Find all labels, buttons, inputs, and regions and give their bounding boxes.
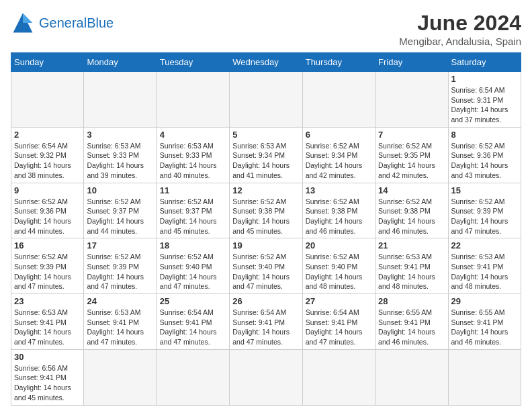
day-info: Sunrise: 6:53 AMSunset: 9:41 PMDaylight:…	[451, 252, 518, 291]
day-14: 14 Sunrise: 6:52 AMSunset: 9:38 PMDaylig…	[375, 183, 448, 238]
empty-cell	[230, 349, 302, 405]
day-3: 3 Sunrise: 6:53 AMSunset: 9:33 PMDayligh…	[84, 127, 157, 183]
day-number: 19	[232, 240, 299, 250]
day-28: 28 Sunrise: 6:55 AMSunset: 9:41 PMDaylig…	[375, 294, 448, 350]
calendar-row-6: 30 Sunrise: 6:56 AMSunset: 9:41 PMDaylig…	[11, 349, 521, 405]
day-info: Sunrise: 6:55 AMSunset: 9:41 PMDaylight:…	[378, 308, 445, 347]
calendar-row-4: 16 Sunrise: 6:52 AMSunset: 9:39 PMDaylig…	[11, 238, 521, 294]
day-number: 21	[378, 240, 445, 250]
empty-cell	[84, 72, 157, 128]
day-number: 9	[14, 185, 81, 195]
day-info: Sunrise: 6:52 AMSunset: 9:39 PMDaylight:…	[87, 252, 153, 291]
col-sunday: Sunday	[11, 53, 84, 72]
empty-cell	[375, 349, 448, 405]
day-27: 27 Sunrise: 6:54 AMSunset: 9:41 PMDaylig…	[302, 294, 375, 350]
calendar-row-5: 23 Sunrise: 6:53 AMSunset: 9:41 PMDaylig…	[11, 294, 521, 350]
day-info: Sunrise: 6:53 AMSunset: 9:41 PMDaylight:…	[378, 252, 445, 291]
empty-cell	[302, 72, 375, 128]
day-info: Sunrise: 6:52 AMSunset: 9:38 PMDaylight:…	[232, 197, 299, 236]
day-number: 14	[378, 185, 445, 195]
day-info: Sunrise: 6:52 AMSunset: 9:35 PMDaylight:…	[378, 141, 445, 181]
empty-cell	[375, 72, 448, 128]
day-24: 24 Sunrise: 6:53 AMSunset: 9:41 PMDaylig…	[84, 294, 157, 350]
day-number: 17	[87, 240, 153, 250]
day-number: 11	[160, 185, 226, 195]
day-25: 25 Sunrise: 6:54 AMSunset: 9:41 PMDaylig…	[157, 294, 229, 350]
day-info: Sunrise: 6:56 AMSunset: 9:41 PMDaylight:…	[14, 363, 81, 403]
day-info: Sunrise: 6:52 AMSunset: 9:39 PMDaylight:…	[14, 252, 81, 291]
day-info: Sunrise: 6:54 AMSunset: 9:32 PMDaylight:…	[14, 141, 81, 181]
day-number: 16	[14, 240, 81, 250]
location-subtitle: Mengibar, Andalusia, Spain	[399, 36, 521, 47]
day-number: 25	[160, 296, 226, 306]
day-16: 16 Sunrise: 6:52 AMSunset: 9:39 PMDaylig…	[11, 238, 84, 294]
calendar-row-1: 1 Sunrise: 6:54 AMSunset: 9:31 PMDayligh…	[11, 72, 521, 128]
title-block: June 2024 Mengibar, Andalusia, Spain	[399, 11, 521, 47]
day-18: 18 Sunrise: 6:52 AMSunset: 9:40 PMDaylig…	[157, 238, 229, 294]
empty-cell	[157, 349, 229, 405]
empty-cell	[84, 349, 157, 405]
empty-cell	[157, 72, 229, 128]
day-info: Sunrise: 6:54 AMSunset: 9:41 PMDaylight:…	[232, 308, 299, 347]
day-info: Sunrise: 6:52 AMSunset: 9:37 PMDaylight:…	[87, 197, 153, 236]
day-13: 13 Sunrise: 6:52 AMSunset: 9:38 PMDaylig…	[302, 183, 375, 238]
day-info: Sunrise: 6:52 AMSunset: 9:37 PMDaylight:…	[160, 197, 226, 236]
day-5: 5 Sunrise: 6:53 AMSunset: 9:34 PMDayligh…	[230, 127, 302, 183]
day-info: Sunrise: 6:52 AMSunset: 9:40 PMDaylight:…	[306, 252, 372, 291]
day-1: 1 Sunrise: 6:54 AMSunset: 9:31 PMDayligh…	[448, 72, 521, 128]
day-number: 1	[451, 74, 518, 84]
day-23: 23 Sunrise: 6:53 AMSunset: 9:41 PMDaylig…	[11, 294, 84, 350]
day-number: 8	[451, 130, 518, 140]
day-number: 15	[451, 185, 518, 195]
day-number: 5	[232, 130, 299, 140]
day-number: 13	[306, 185, 372, 195]
col-saturday: Saturday	[448, 53, 521, 72]
col-tuesday: Tuesday	[157, 53, 229, 72]
day-number: 24	[87, 296, 153, 306]
col-thursday: Thursday	[302, 53, 375, 72]
day-22: 22 Sunrise: 6:53 AMSunset: 9:41 PMDaylig…	[448, 238, 521, 294]
day-number: 4	[160, 130, 226, 140]
day-8: 8 Sunrise: 6:52 AMSunset: 9:36 PMDayligh…	[448, 127, 521, 183]
day-info: Sunrise: 6:54 AMSunset: 9:41 PMDaylight:…	[160, 308, 226, 347]
page-container: GeneralBlue June 2024 Mengibar, Andalusi…	[11, 11, 521, 406]
day-21: 21 Sunrise: 6:53 AMSunset: 9:41 PMDaylig…	[375, 238, 448, 294]
day-11: 11 Sunrise: 6:52 AMSunset: 9:37 PMDaylig…	[157, 183, 229, 238]
col-monday: Monday	[84, 53, 157, 72]
day-info: Sunrise: 6:52 AMSunset: 9:34 PMDaylight:…	[306, 141, 372, 181]
logo-icon	[11, 11, 35, 35]
calendar-row-3: 9 Sunrise: 6:52 AMSunset: 9:36 PMDayligh…	[11, 183, 521, 238]
day-number: 29	[451, 296, 518, 306]
empty-cell	[302, 349, 375, 405]
day-number: 20	[306, 240, 372, 250]
weekday-header-row: Sunday Monday Tuesday Wednesday Thursday…	[11, 53, 521, 72]
day-info: Sunrise: 6:53 AMSunset: 9:41 PMDaylight:…	[87, 308, 153, 347]
day-number: 3	[87, 130, 153, 140]
month-title: June 2024	[399, 11, 521, 36]
day-number: 26	[232, 296, 299, 306]
day-10: 10 Sunrise: 6:52 AMSunset: 9:37 PMDaylig…	[84, 183, 157, 238]
day-info: Sunrise: 6:52 AMSunset: 9:36 PMDaylight:…	[451, 141, 518, 181]
day-number: 27	[306, 296, 372, 306]
day-info: Sunrise: 6:53 AMSunset: 9:33 PMDaylight:…	[87, 141, 153, 181]
col-friday: Friday	[375, 53, 448, 72]
day-info: Sunrise: 6:55 AMSunset: 9:41 PMDaylight:…	[451, 308, 518, 347]
day-number: 2	[14, 130, 81, 140]
day-15: 15 Sunrise: 6:52 AMSunset: 9:39 PMDaylig…	[448, 183, 521, 238]
day-info: Sunrise: 6:52 AMSunset: 9:40 PMDaylight:…	[160, 252, 226, 291]
day-4: 4 Sunrise: 6:53 AMSunset: 9:33 PMDayligh…	[157, 127, 229, 183]
day-17: 17 Sunrise: 6:52 AMSunset: 9:39 PMDaylig…	[84, 238, 157, 294]
day-29: 29 Sunrise: 6:55 AMSunset: 9:41 PMDaylig…	[448, 294, 521, 350]
day-info: Sunrise: 6:54 AMSunset: 9:31 PMDaylight:…	[451, 85, 518, 125]
day-number: 12	[232, 185, 299, 195]
day-number: 30	[14, 352, 81, 362]
day-30: 30 Sunrise: 6:56 AMSunset: 9:41 PMDaylig…	[11, 349, 84, 405]
day-number: 10	[87, 185, 153, 195]
logo-text: GeneralBlue	[39, 15, 114, 30]
day-info: Sunrise: 6:52 AMSunset: 9:39 PMDaylight:…	[451, 197, 518, 236]
day-number: 28	[378, 296, 445, 306]
day-19: 19 Sunrise: 6:52 AMSunset: 9:40 PMDaylig…	[230, 238, 302, 294]
day-info: Sunrise: 6:54 AMSunset: 9:41 PMDaylight:…	[306, 308, 372, 347]
calendar-row-2: 2 Sunrise: 6:54 AMSunset: 9:32 PMDayligh…	[11, 127, 521, 183]
day-info: Sunrise: 6:53 AMSunset: 9:34 PMDaylight:…	[232, 141, 299, 181]
